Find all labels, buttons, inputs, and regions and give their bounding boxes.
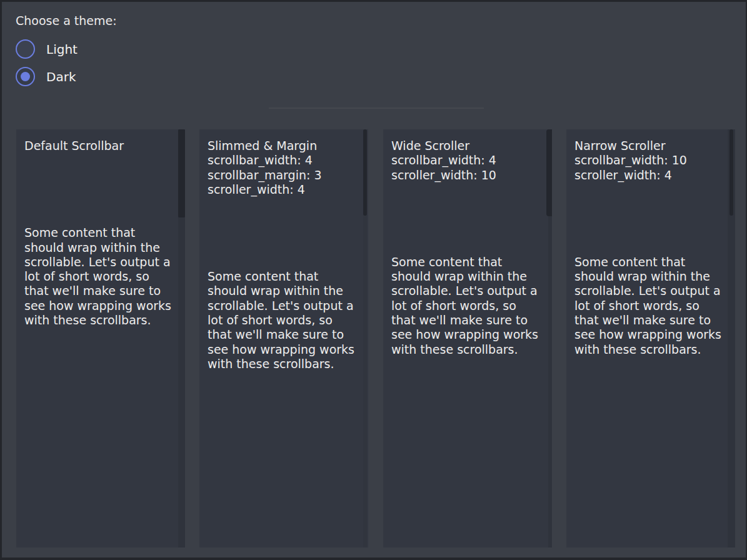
panel-title: Narrow Scroller [574,139,724,153]
radio-label-light[interactable]: Light [46,42,78,57]
radio-selected-dot-icon [21,72,30,81]
scrollbar-thumb[interactable] [363,129,367,216]
panel-config-line: scrollbar_margin: 3 [208,168,358,182]
scrollbar-thumb[interactable] [546,129,552,216]
scroll-panel-wide-scroller[interactable]: Wide Scroller scrollbar_width: 4 scrolle… [383,129,552,548]
scroll-panel-slimmed-margin[interactable]: Slimmed & Margin scrollbar_width: 4 scro… [199,129,368,548]
scroll-panel-default[interactable]: Default Scrollbar Some content that shou… [16,129,185,548]
radio-icon-light[interactable] [16,39,35,59]
radio-label-dark[interactable]: Dark [46,69,76,84]
theme-chooser: Choose a theme: Light Dark [16,14,117,28]
panel-header: Wide Scroller scrollbar_width: 4 scrolle… [391,139,541,182]
panel-body-text: Some content that should wrap within the… [391,255,540,357]
app-window: Choose a theme: Light Dark Default Scrol… [0,0,747,560]
radio-icon-dark[interactable] [16,67,35,86]
panel-content: Default Scrollbar Some content that shou… [24,139,174,328]
panel-title: Default Scrollbar [24,139,174,153]
scroll-panel-narrow-scroller[interactable]: Narrow Scroller scrollbar_width: 10 scro… [566,129,735,548]
panel-body-text: Some content that should wrap within the… [574,255,723,357]
section-divider [269,108,484,109]
panel-header: Slimmed & Margin scrollbar_width: 4 scro… [208,139,358,197]
panel-config-line: scrollbar_width: 4 [208,153,358,168]
panel-config-line: scrollbar_width: 4 [391,153,541,168]
panel-header: Default Scrollbar [24,139,174,153]
panel-content: Narrow Scroller scrollbar_width: 10 scro… [574,139,724,357]
scrollbar-thumb[interactable] [729,129,733,216]
panel-config-line: scroller_width: 10 [391,168,541,182]
panel-body-text: Some content that should wrap within the… [208,269,356,371]
panel-body-text: Some content that should wrap within the… [24,226,173,328]
radio-option-dark[interactable]: Dark [16,67,76,86]
panel-content: Slimmed & Margin scrollbar_width: 4 scro… [208,139,358,371]
panel-title: Slimmed & Margin [208,139,358,153]
radio-option-light[interactable]: Light [16,39,78,59]
panel-content: Wide Scroller scrollbar_width: 4 scrolle… [391,139,541,357]
panel-title: Wide Scroller [391,139,541,153]
panel-header: Narrow Scroller scrollbar_width: 10 scro… [574,139,724,182]
scrollbar-thumb[interactable] [178,129,185,218]
panel-config-line: scroller_width: 4 [574,168,724,182]
theme-prompt: Choose a theme: [16,14,117,28]
panel-config-line: scroller_width: 4 [208,182,358,197]
panel-config-line: scrollbar_width: 10 [574,153,724,168]
